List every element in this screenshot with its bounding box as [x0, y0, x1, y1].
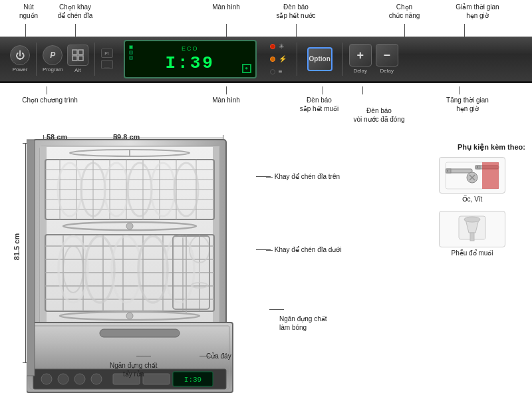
- separator-1: [36, 43, 37, 76]
- valve-icon: ≡: [279, 68, 283, 75]
- delay-plus-icon[interactable]: +: [349, 44, 372, 66]
- accessories-title: Phụ kiện kèm theo:: [419, 143, 525, 152]
- line-bottom-rack: [256, 249, 271, 250]
- delay-minus-button[interactable]: − Delay: [376, 44, 398, 74]
- svg-rect-84: [482, 162, 499, 189]
- separator-2: [94, 43, 95, 76]
- delay-plus-button[interactable]: + Delay: [349, 44, 372, 74]
- screw-image: [439, 157, 505, 194]
- svg-rect-75: [446, 169, 451, 173]
- arrow-screen-up: [226, 86, 227, 94]
- display-screen: ECO I:39 ●: [124, 40, 257, 78]
- label-select-program: Chọn chương trình: [20, 96, 80, 104]
- svg-point-33: [126, 223, 133, 229]
- svg-rect-71: [100, 329, 180, 337]
- indicator-row-3: ≡: [270, 68, 287, 75]
- prog-btn-1[interactable]: Pr: [101, 49, 113, 58]
- indicator-lights: ✳ ⚡ ≡: [270, 43, 287, 75]
- funnel-label: Phễu đổ muối: [451, 249, 493, 257]
- power-button[interactable]: ⏻ Power: [10, 45, 30, 72]
- svg-rect-73: [27, 140, 35, 376]
- arrow-delay-inc-up: [459, 86, 460, 94]
- light-valve-off: [270, 69, 275, 74]
- power-icon[interactable]: ⏻: [10, 45, 30, 65]
- accessory-screws: Ốc, Vít: [419, 157, 525, 203]
- arrow-valve-up: [362, 86, 363, 94]
- label-program-shelf: Chọn khay để chén đĩa: [52, 3, 98, 20]
- accessory-funnel: Phễu đổ muối: [419, 211, 525, 257]
- program-icon[interactable]: P: [43, 45, 63, 65]
- line-door: [200, 356, 209, 356]
- alt-button[interactable]: Alt: [67, 45, 88, 73]
- panel-bar: ⏻ Power P Program: [0, 37, 532, 83]
- separator-3: [297, 43, 297, 76]
- prog-dot-2: [129, 51, 133, 55]
- label-salt-light: Đèn báo sắp hết muối: [293, 96, 346, 113]
- screw-label: Ốc, Vít: [462, 196, 483, 203]
- label-water-light: Đèn báo sắp hết nước: [266, 3, 326, 20]
- prog-dot-3: [129, 56, 133, 60]
- svg-point-88: [464, 217, 480, 222]
- eco-text: ECO: [182, 45, 199, 52]
- svg-rect-0: [72, 50, 77, 55]
- label-valve-light: Đèn báo vòi nước đã đóng: [346, 106, 412, 124]
- svg-point-64: [58, 374, 68, 384]
- light-salt-orange: [270, 57, 275, 62]
- svg-point-63: [41, 374, 52, 384]
- sun-icon: ✳: [279, 43, 284, 50]
- label-bottom-rack: — Khay để chén đĩa dưới: [266, 246, 342, 253]
- control-panel-section: Nút nguồn Chọn khay để chén đĩa Màn hình…: [0, 0, 532, 133]
- label-door: Cửa đáy: [206, 352, 231, 360]
- program-sub-buttons: Pr __: [101, 49, 113, 69]
- bottom-labels-row: Chọn chương trình Màn hình Đèn báo sắp h…: [0, 86, 532, 133]
- svg-point-65: [74, 374, 85, 384]
- label-screen-bottom: Màn hình: [206, 96, 246, 104]
- label-delay-decrease: Giảm thời gian hẹn giờ: [438, 3, 517, 20]
- arrow-salt-up: [323, 86, 323, 94]
- label-top-rack: — Khay để chén đĩa trên: [266, 173, 340, 180]
- label-delay-increase: Tăng thời gian hẹn giờ: [431, 96, 504, 113]
- dim-line-v1: [25, 143, 26, 362]
- svg-point-59: [126, 313, 133, 319]
- label-screen-top: Màn hình: [206, 3, 246, 11]
- salt-icon: ⚡: [279, 55, 287, 63]
- arrow-prog-up: [47, 86, 47, 94]
- prog-dot-1: [129, 45, 133, 49]
- dishwasher-section: 58 cm 59.8 cm 81.5 cm: [0, 130, 532, 399]
- svg-point-66: [91, 374, 102, 384]
- svg-rect-3: [78, 56, 83, 61]
- funnel-image: [439, 211, 505, 247]
- indicator-row-1: ✳: [270, 43, 287, 50]
- svg-rect-2: [72, 56, 77, 61]
- dim-height: 81.5 cm: [13, 233, 21, 260]
- line-polish: [269, 309, 284, 310]
- light-water-red: [270, 44, 275, 49]
- alt-icon[interactable]: [67, 45, 88, 66]
- line-top-rack: [256, 176, 271, 177]
- label-power: Nút nguồn: [12, 3, 45, 20]
- label-polish: Ngăn đựng chất làm bóng: [279, 306, 327, 332]
- svg-rect-87: [470, 233, 474, 241]
- option-box[interactable]: Option: [307, 47, 332, 71]
- svg-text:I:39: I:39: [184, 376, 201, 384]
- top-labels-row: Nút nguồn Chọn khay để chén đĩa Màn hình…: [0, 1, 532, 38]
- display-icon: ●: [242, 64, 251, 73]
- label-option-top: Chọn chức năng: [384, 3, 424, 20]
- program-button[interactable]: P Program: [43, 45, 63, 72]
- accessories-section: Phụ kiện kèm theo:: [419, 143, 525, 265]
- prog-btn-2[interactable]: __: [101, 60, 113, 69]
- time-display: I:39: [165, 53, 214, 73]
- separator-4: [342, 43, 343, 76]
- indicator-row-2: ⚡: [270, 55, 287, 63]
- delay-minus-icon[interactable]: −: [376, 44, 398, 66]
- option-button[interactable]: Option: [307, 47, 332, 71]
- line-detergent: [136, 356, 151, 356]
- main-container: Nút nguồn Chọn khay để chén đĩa Màn hình…: [0, 0, 532, 399]
- program-indicators: [129, 45, 133, 60]
- svg-rect-1: [78, 50, 83, 55]
